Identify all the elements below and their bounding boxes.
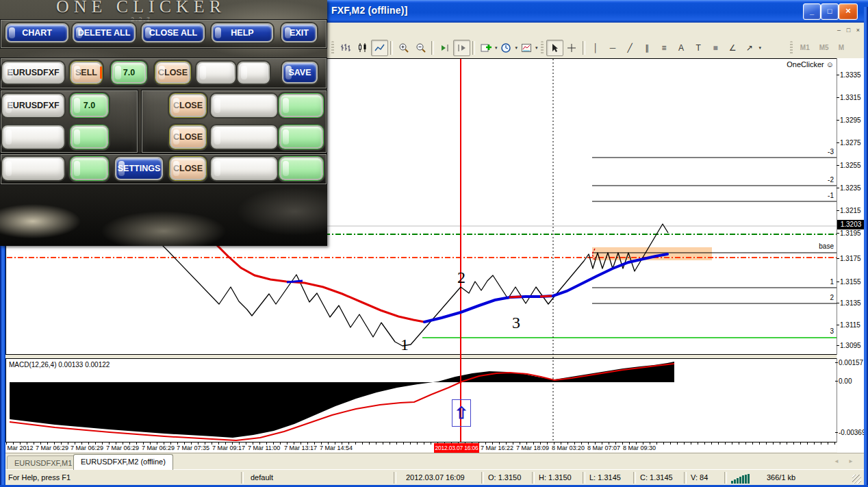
status-low: L: 1.3145	[589, 473, 621, 482]
price-tick: 1.3135	[840, 300, 861, 307]
status-divider	[394, 472, 396, 484]
close-trade-button-3[interactable]: CLOSE	[170, 125, 206, 149]
up-arrow-icon: ⇧	[455, 403, 468, 423]
close-trade-button-2[interactable]: CLOSE	[170, 94, 206, 117]
status-light-2[interactable]	[71, 125, 108, 149]
wave-annotation-3: 3	[512, 315, 520, 330]
chart-tab-strip: EURUSDFXF,M1 EURUSDFXF,M2 (offline) ◄ ►	[5, 453, 864, 470]
tab-eurusdfxf-m1[interactable]: EURUSDFXF,M1	[7, 455, 79, 470]
time-tick: 7 Mar 2012	[2, 445, 34, 451]
chart-button[interactable]: CHART	[5, 23, 68, 42]
macd-indicator-label: MACD(12,26,4) 0.00133 0.00122	[9, 361, 110, 369]
empty-field-3[interactable]	[211, 94, 277, 117]
price-tick: 1.3335	[840, 72, 861, 79]
time-marker-badge: 2012.03.07 16:06	[434, 443, 479, 453]
price-tick: 1.3195	[840, 230, 861, 237]
oneclicker-panel: ONE CLICKER 2.2.3 CHART DELETE ALL CLOSE…	[0, 0, 327, 246]
status-bar: For Help, press F1 default 2012.03.07 16…	[0, 469, 864, 486]
price-tick: 1.3295	[840, 117, 861, 124]
time-tick: 7 Mar 09:17	[212, 445, 245, 451]
ma-red-segment	[509, 297, 522, 297]
status-divider	[583, 472, 585, 484]
status-divider	[481, 472, 484, 484]
empty-field-7[interactable]	[211, 157, 277, 180]
price-tick: 1.3115	[840, 322, 860, 329]
time-tick: 7 Mar 06:29	[71, 445, 103, 451]
ma-blue-segment	[287, 281, 303, 282]
empty-field-5[interactable]	[211, 125, 277, 149]
symbol-field[interactable]: EURUSDFXF	[2, 62, 64, 84]
save-button[interactable]: SAVE	[282, 62, 318, 84]
time-tick: 7 Mar 07:35	[177, 445, 209, 451]
level-label-m2: -2	[828, 177, 834, 184]
price-tick: 1.3315	[840, 95, 861, 101]
close-trade-button[interactable]: CLOSE	[155, 62, 190, 84]
tab-scroll-left-icon[interactable]: ◄	[834, 458, 839, 464]
status-profile: default	[251, 473, 273, 482]
lots-field[interactable]: 7.0	[112, 62, 146, 84]
time-tick: 7 Mar 11:00	[248, 445, 280, 451]
close-all-button[interactable]: CLOSE ALL	[142, 23, 205, 42]
price-tick: 1.3255	[840, 162, 861, 169]
macd-tick: 0.00	[839, 378, 852, 385]
window-border-right	[864, 7, 868, 487]
status-divider	[532, 472, 535, 484]
wave-annotation-2: 2	[457, 270, 465, 285]
status-volume: V: 84	[691, 473, 708, 482]
delete-all-button[interactable]: DELETE ALL	[73, 23, 136, 42]
close-trade-button-4[interactable]: CLOSE	[170, 157, 206, 180]
empty-field-2[interactable]	[238, 62, 270, 84]
price-tick: 1.3275	[840, 140, 861, 147]
empty-field-6[interactable]	[2, 157, 64, 180]
time-tick: 7 Mar 13:17	[284, 445, 317, 451]
level-label-base: base	[819, 243, 834, 250]
tab-eurusdfxf-m2-offline[interactable]: EURUSDFXF,M2 (offline)	[73, 454, 173, 470]
status-light-1[interactable]	[279, 94, 323, 117]
status-divider	[241, 472, 244, 484]
resize-grip[interactable]	[852, 475, 861, 484]
level-label-m1: -1	[828, 192, 834, 199]
price-tick: 1.3175	[840, 255, 861, 262]
status-divider	[633, 472, 636, 484]
time-tick: 8 Mar 09:30	[623, 445, 656, 451]
sell-button[interactable]: SELL	[71, 62, 102, 84]
exit-button[interactable]: EXIT	[281, 23, 317, 42]
price-tick: 1.3095	[840, 342, 861, 349]
status-help-text: For Help, press F1	[8, 473, 71, 482]
time-tick: 7 Mar 06:29	[106, 445, 139, 451]
time-tick: 7 Mar 14:54	[320, 445, 353, 451]
time-tick: 8 Mar 07:07	[587, 445, 620, 451]
status-high: H: 1.3150	[539, 473, 572, 482]
current-price-badge: 1.3203	[837, 220, 865, 229]
macd-tick: -0.00369	[839, 429, 865, 436]
macd-tick: 0.00157	[839, 360, 863, 366]
tab-scroll-right-icon[interactable]: ►	[848, 458, 854, 464]
status-light-4[interactable]	[71, 157, 108, 180]
price-tick: 1.3215	[840, 208, 861, 214]
status-close: C: 1.3145	[640, 473, 673, 482]
time-tick: 7 Mar 06:29	[36, 445, 68, 451]
help-button[interactable]: HELP	[212, 23, 273, 42]
level-label-p3: 3	[830, 328, 834, 335]
price-tick: 1.3235	[840, 185, 861, 192]
panel-title: ONE CLICKER	[0, 0, 282, 17]
time-tick: 7 Mar 16:22	[481, 445, 513, 451]
level-label-m3: -3	[828, 149, 834, 155]
price-tick: 1.3155	[840, 279, 861, 286]
empty-field-4[interactable]	[2, 125, 64, 149]
status-open: O: 1.3150	[488, 473, 521, 482]
symbol-field-2[interactable]: EURUSDFXF	[2, 94, 64, 117]
status-light-5[interactable]	[279, 157, 323, 180]
empty-field-1[interactable]	[196, 62, 235, 84]
lots-field-2[interactable]: 7.0	[71, 94, 108, 117]
connection-signal-icon	[731, 474, 750, 484]
status-traffic: 366/1 kb	[767, 473, 795, 482]
level-label-p1: 1	[830, 279, 834, 286]
level-label-p2: 2	[830, 295, 834, 301]
oneclicker-watermark: OneClicker ☺	[787, 60, 834, 68]
arrow-object[interactable]: ⇧	[452, 399, 471, 427]
status-light-3[interactable]	[279, 125, 323, 149]
time-tick: 7 Mar 06:29	[142, 445, 175, 451]
settings-button[interactable]: SETTINGS	[115, 157, 163, 180]
status-divider	[724, 472, 727, 484]
